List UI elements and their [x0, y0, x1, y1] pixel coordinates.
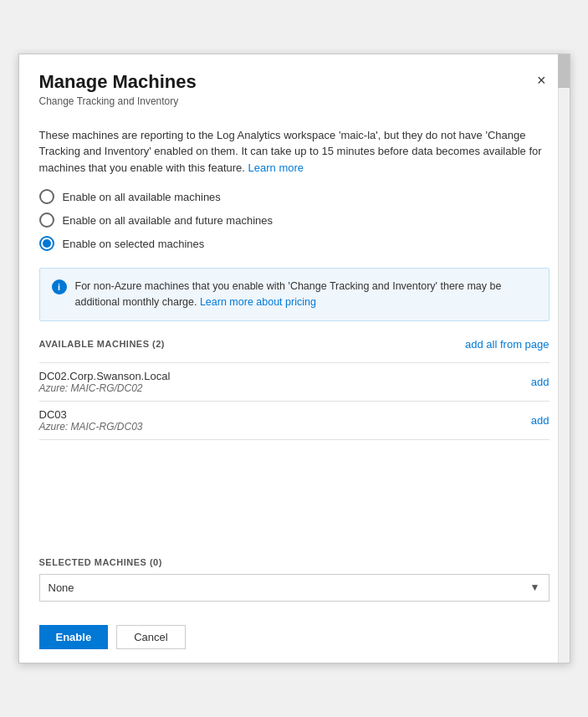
cancel-button[interactable]: Cancel [116, 625, 185, 649]
radio-label-all-available: Enable on all available machines [63, 191, 221, 203]
radio-all-available[interactable] [39, 189, 54, 204]
enable-button[interactable]: Enable [39, 625, 109, 649]
selected-machines-title: SELECTED MACHINES (0) [39, 557, 550, 567]
dialog-footer: Enable Cancel [19, 615, 570, 663]
radio-label-all-future: Enable on all available and future machi… [63, 214, 274, 227]
dialog-body: These machines are reporting to the Log … [19, 117, 570, 557]
radio-item-all-available[interactable]: Enable on all available machines [39, 189, 550, 204]
info-icon: i [52, 279, 67, 294]
manage-machines-dialog: Manage Machines Change Tracking and Inve… [18, 54, 570, 663]
info-text: For non-Azure machines that you enable w… [75, 279, 537, 310]
available-machines-header: AVAILABLE MACHINES (2) add all from page [39, 338, 550, 354]
machine-info-dc02: DC02.Corp.Swanson.Local Azure: MAIC-RG/D… [39, 370, 171, 394]
close-button[interactable]: × [534, 73, 550, 88]
radio-label-selected: Enable on selected machines [63, 238, 205, 250]
radio-all-future[interactable] [39, 213, 54, 228]
selected-machines-section: SELECTED MACHINES (0) None ▼ [19, 557, 570, 615]
machine-name-dc03: DC03 [39, 408, 143, 421]
dialog-title-group: Manage Machines Change Tracking and Inve… [39, 71, 197, 106]
learn-more-pricing-link[interactable]: Learn more about pricing [200, 296, 316, 308]
scrollbar-thumb[interactable] [558, 54, 570, 88]
dialog-title: Manage Machines [39, 71, 197, 93]
info-box: i For non-Azure machines that you enable… [39, 268, 550, 321]
learn-more-link[interactable]: Learn more [248, 161, 304, 174]
chevron-down-icon: ▼ [530, 581, 540, 593]
radio-item-all-future[interactable]: Enable on all available and future machi… [39, 213, 550, 228]
selected-machines-dropdown[interactable]: None ▼ [39, 574, 550, 602]
machine-list: DC02.Corp.Swanson.Local Azure: MAIC-RG/D… [39, 362, 550, 440]
scrollbar-track[interactable] [558, 54, 570, 662]
machine-azure-dc02: Azure: MAIC-RG/DC02 [39, 382, 171, 394]
machine-name-dc02: DC02.Corp.Swanson.Local [39, 370, 171, 382]
table-row: DC02.Corp.Swanson.Local Azure: MAIC-RG/D… [39, 363, 550, 402]
add-link-dc03[interactable]: add [531, 414, 550, 427]
selected-machines-value: None [49, 581, 74, 594]
radio-selected[interactable] [39, 236, 54, 251]
available-machines-title: AVAILABLE MACHINES (2) [39, 339, 166, 349]
dialog-subtitle: Change Tracking and Inventory [39, 95, 197, 107]
description-text: These machines are reporting to the Log … [39, 127, 550, 177]
table-row: DC03 Azure: MAIC-RG/DC03 add [39, 402, 550, 440]
radio-group: Enable on all available machines Enable … [39, 189, 550, 251]
add-all-from-page-link[interactable]: add all from page [465, 338, 549, 351]
machine-azure-dc03: Azure: MAIC-RG/DC03 [39, 421, 143, 433]
radio-item-selected[interactable]: Enable on selected machines [39, 236, 550, 251]
machine-info-dc03: DC03 Azure: MAIC-RG/DC03 [39, 408, 143, 433]
dialog-header: Manage Machines Change Tracking and Inve… [19, 54, 570, 116]
add-link-dc02[interactable]: add [531, 376, 550, 388]
spacer [39, 457, 550, 557]
